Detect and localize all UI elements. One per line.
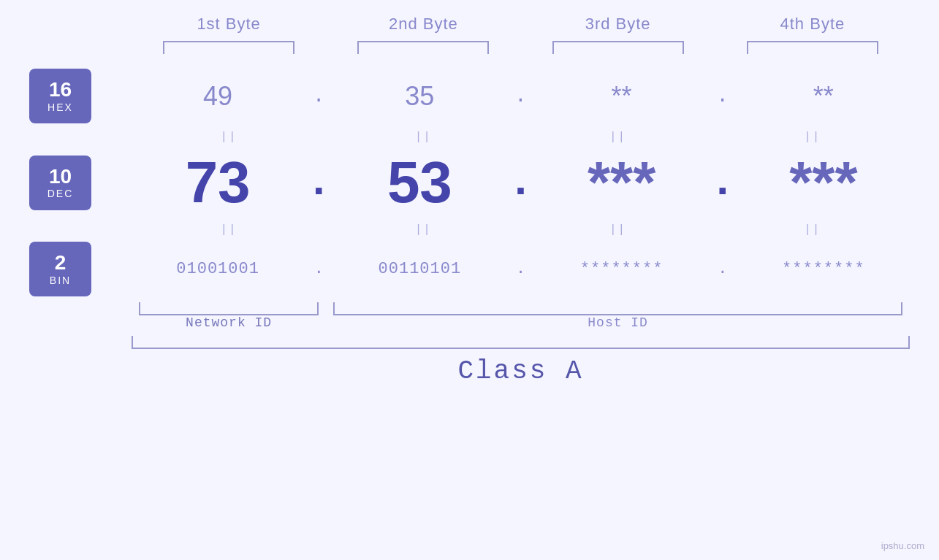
bracket-top-4	[747, 41, 878, 54]
bin-badge-number: 2	[55, 252, 66, 275]
hex-badge-number: 16	[49, 79, 72, 101]
equals-row-1: || || || ||	[29, 128, 910, 145]
network-id-label: Network ID	[132, 315, 326, 330]
dec-dot-2: .	[506, 161, 536, 204]
hex-badge-container: 16 HEX	[29, 69, 117, 123]
hex-value-4: **	[813, 81, 834, 111]
hex-b2: 35	[333, 81, 506, 112]
byte4-header: 4th Byte	[715, 15, 910, 34]
hex-b3: **	[536, 81, 708, 112]
bracket-cell-1	[132, 41, 326, 54]
bracket-top-2	[357, 41, 489, 54]
bin-dot-1: .	[304, 260, 333, 278]
hex-row: 16 HEX 49 . 35 . ** . **	[29, 69, 910, 123]
bin-value-1: 01001001	[176, 260, 259, 278]
bin-badge-container: 2 BIN	[29, 242, 117, 296]
bin-dot-3: .	[708, 260, 737, 278]
bin-row: 2 BIN 01001001 . 00110101 . ******** .	[29, 242, 910, 296]
bin-badge: 2 BIN	[29, 242, 91, 296]
bin-value-3: ********	[580, 260, 664, 278]
dec-value-4: ***	[789, 150, 857, 215]
bottom-brackets-section	[29, 302, 910, 315]
dec-badge-container: 10 DEC	[29, 156, 117, 210]
bin-b1: 01001001	[132, 260, 304, 278]
bin-dot-2: .	[506, 260, 536, 278]
equals-1: ||	[132, 128, 326, 145]
byte3-header: 3rd Byte	[521, 15, 715, 34]
top-brackets	[29, 41, 910, 54]
equals-24: ||	[715, 220, 910, 237]
main-container: 1st Byte 2nd Byte 3rd Byte 4th Byte 16 H…	[0, 0, 939, 560]
host-id-label: Host ID	[326, 315, 910, 330]
bracket-top-3	[552, 41, 684, 54]
byte1-header: 1st Byte	[132, 15, 326, 34]
bin-values: 01001001 . 00110101 . ******** . *******…	[132, 260, 910, 278]
equals-21: ||	[132, 220, 326, 237]
dec-dot-1: .	[304, 161, 333, 204]
network-bracket	[139, 302, 319, 315]
bin-value-4: ********	[782, 260, 865, 278]
equals-22: ||	[326, 220, 520, 237]
dec-badge: 10 DEC	[29, 156, 91, 210]
byte2-header: 2nd Byte	[326, 15, 520, 34]
dec-value-2: 53	[387, 150, 452, 215]
dec-row: 10 DEC 73 . 53 . *** . ***	[29, 149, 910, 216]
host-bracket	[333, 302, 902, 315]
dec-badge-label: DEC	[47, 188, 74, 199]
bin-b4: ********	[737, 260, 910, 278]
bin-b3: ********	[536, 260, 708, 278]
hex-badge: 16 HEX	[29, 69, 91, 123]
bracket-top-1	[163, 41, 294, 54]
bracket-cell-2	[326, 41, 520, 54]
byte-headers: 1st Byte 2nd Byte 3rd Byte 4th Byte	[29, 15, 910, 34]
full-bottom-bracket-row	[29, 336, 910, 349]
equals-row-2: || || || ||	[29, 220, 910, 237]
hex-dot-3: .	[708, 85, 737, 107]
id-labels: Network ID Host ID	[29, 315, 910, 330]
hex-badge-label: HEX	[47, 101, 73, 113]
hex-dot-2: .	[506, 85, 536, 107]
bin-value-2: 00110101	[379, 260, 462, 278]
dec-b1: 73	[132, 149, 304, 216]
dec-b2: 53	[333, 149, 506, 216]
hex-values: 49 . 35 . ** . **	[132, 81, 910, 112]
dec-dot-3: .	[708, 161, 737, 204]
hex-value-1: 49	[203, 81, 232, 111]
dec-value-3: ***	[588, 150, 655, 215]
hex-b1: 49	[132, 81, 304, 112]
equals-4: ||	[715, 128, 910, 145]
full-bottom-bracket	[132, 336, 910, 349]
equals-3: ||	[521, 128, 715, 145]
equals-2: ||	[326, 128, 520, 145]
dec-badge-number: 10	[49, 166, 72, 188]
hex-value-2: 35	[405, 81, 434, 111]
hex-b4: **	[737, 81, 910, 112]
class-label: Class A	[457, 356, 583, 386]
bracket-cell-4	[715, 41, 910, 54]
hex-dot-1: .	[304, 85, 333, 107]
bin-badge-label: BIN	[50, 275, 71, 286]
dec-b4: ***	[737, 149, 910, 216]
watermark: ipshu.com	[881, 540, 924, 551]
hex-value-3: **	[612, 81, 632, 111]
bracket-cell-3	[521, 41, 715, 54]
network-bracket-wrapper	[132, 302, 326, 315]
bin-b2: 00110101	[333, 260, 506, 278]
equals-23: ||	[521, 220, 715, 237]
dec-value-1: 73	[186, 150, 251, 215]
dec-b3: ***	[536, 149, 708, 216]
class-label-row: Class A	[29, 356, 910, 386]
dec-values: 73 . 53 . *** . ***	[132, 149, 910, 216]
host-bracket-wrapper	[326, 302, 910, 315]
